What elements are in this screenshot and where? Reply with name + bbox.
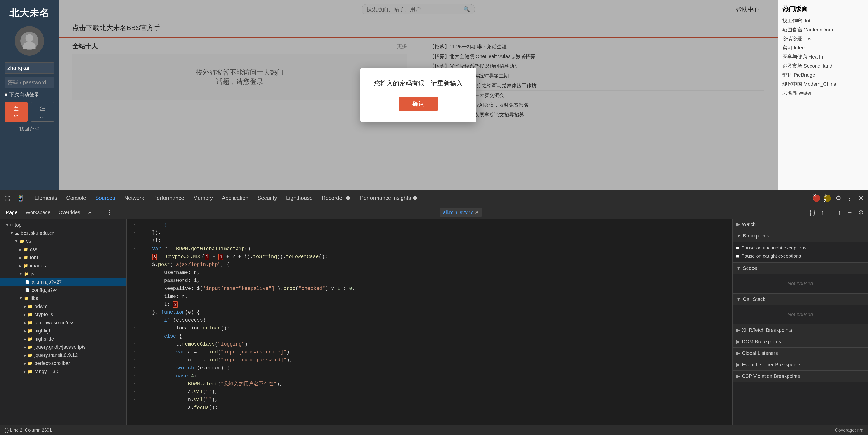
tree-item-font[interactable]: ▶ 📁 font xyxy=(0,254,126,262)
tree-item-libs[interactable]: ▼ 📁 libs xyxy=(0,294,126,302)
deactivate-breakpoints-icon[interactable]: ⊘ xyxy=(857,208,864,217)
tree-item-css[interactable]: ▶ 📁 css xyxy=(0,245,126,254)
tab-network[interactable]: Network xyxy=(120,193,149,203)
code-line: - }), xyxy=(127,229,732,237)
call-stack-header[interactable]: ▼ Call Stack xyxy=(733,294,868,305)
close-file-icon[interactable]: ✕ xyxy=(475,209,479,215)
code-line: - a.focus(); xyxy=(127,404,732,412)
tree-item-domain[interactable]: ▼ ☁ bbs.pku.edu.cn xyxy=(0,229,126,237)
hot-board-item[interactable]: 现代中国 Modern_China xyxy=(782,79,864,89)
tree-label: jquery.gridly/javascripts xyxy=(34,344,86,350)
hot-board-item[interactable]: 未名湖 Water xyxy=(782,89,864,98)
add-tab-icon[interactable]: ⋮ xyxy=(105,208,114,217)
line-content: var a = t.find("input[name=username]") xyxy=(140,348,728,356)
hot-board-item[interactable]: 燕园食宿 CanteenDorm xyxy=(782,25,864,34)
password-field[interactable] xyxy=(4,77,54,88)
tree-item-bdwm[interactable]: ▶ 📁 bdwm xyxy=(0,302,126,310)
tab-memory[interactable]: Memory xyxy=(189,193,218,203)
sub-tab-page[interactable]: Page xyxy=(4,208,20,216)
format-icon[interactable]: { } xyxy=(809,208,816,217)
more-options-icon[interactable]: ⋮ xyxy=(846,194,854,203)
tree-label: all.min.js?v27 xyxy=(32,279,62,285)
tab-console[interactable]: Console xyxy=(62,193,91,203)
global-listeners-label: Global Listeners xyxy=(742,350,778,356)
dom-section: ▶ DOM Breakpoints xyxy=(733,336,868,347)
tree-item-cryptojs[interactable]: ▶ 📁 crypto-js xyxy=(0,310,126,319)
tree-item-js[interactable]: ▼ 📁 js xyxy=(0,270,126,278)
hot-board-item[interactable]: 说情说爱 Love xyxy=(782,34,864,43)
hot-board-item[interactable]: 找工作哟 Job xyxy=(782,16,864,25)
code-line: - } xyxy=(127,221,732,229)
scope-section: ▼ Scope Not paused xyxy=(733,263,868,294)
remember-checkbox[interactable] xyxy=(4,93,7,96)
tab-sources[interactable]: Sources xyxy=(91,193,120,203)
code-line: - location.reload(); xyxy=(127,324,732,332)
tab-elements[interactable]: Elements xyxy=(30,193,62,203)
modal-confirm-button[interactable]: 确认 xyxy=(399,97,438,111)
tree-item-top[interactable]: ▼ □ top xyxy=(0,221,126,229)
pause-caught-checkbox[interactable] xyxy=(736,255,739,258)
settings-icon[interactable]: ⚙ xyxy=(835,194,842,203)
tab-recorder[interactable]: Recorder ⏺ xyxy=(317,193,355,203)
register-button[interactable]: 注册 xyxy=(31,102,54,122)
event-listener-header[interactable]: ▶ Event Listener Breakpoints xyxy=(733,359,868,370)
close-devtools-icon[interactable]: ✕ xyxy=(857,194,864,203)
tree-item-jquery-gridly[interactable]: ▶ 📁 jquery.gridly/javascripts xyxy=(0,343,126,351)
csp-header[interactable]: ▶ CSP Violation Breakpoints xyxy=(733,371,868,382)
step-out-icon[interactable]: ↑ xyxy=(837,208,842,217)
hot-board-item[interactable]: 医学与健康 Health xyxy=(782,53,864,62)
sub-tab-overrides[interactable]: Overrides xyxy=(56,208,82,216)
line-content: s = CryptoJS.MD5(i + n + r + i).toString… xyxy=(140,253,728,261)
tab-performance-insights[interactable]: Performance insights ⏺ xyxy=(355,193,422,203)
xhr-header[interactable]: ▶ XHR/fetch Breakpoints xyxy=(733,325,868,336)
forgot-password-link[interactable]: 找回密码 xyxy=(20,126,39,132)
line-content: location.reload(); xyxy=(140,324,728,332)
tree-label: config.js?v4 xyxy=(32,287,58,293)
device-icon[interactable]: 📱 xyxy=(16,194,26,203)
username-field[interactable] xyxy=(4,62,54,74)
tree-item-highlight[interactable]: ▶ 📁 highlight xyxy=(0,327,126,335)
tree-item-jquery-transit[interactable]: ▶ 📁 jquery.transit.0.9.12 xyxy=(0,351,126,359)
chevron-icon: ▶ xyxy=(24,321,26,325)
sub-tab-more[interactable]: » xyxy=(86,208,93,216)
tab-performance[interactable]: Performance xyxy=(149,193,189,203)
code-line: - username: n, xyxy=(127,269,732,277)
breakpoints-header[interactable]: ▼ Breakpoints xyxy=(733,230,868,241)
status-bar: { } Line 2, Column 2601 Coverage: n/a xyxy=(0,425,868,435)
event-listener-section: ▶ Event Listener Breakpoints xyxy=(733,359,868,371)
inspect-icon[interactable]: ⬚ xyxy=(4,194,11,203)
tree-label: highslide xyxy=(34,336,54,342)
login-button[interactable]: 登录 xyxy=(4,102,28,122)
tree-item-v2[interactable]: ▼ 📁 v2 xyxy=(0,237,126,245)
watch-header[interactable]: ▶ Watch xyxy=(733,219,868,230)
remember-me-row: 下次自动登录 xyxy=(4,91,39,98)
hot-board-item[interactable]: 跳蚤市场 SecondHand xyxy=(782,62,864,70)
pause-uncaught-checkbox[interactable] xyxy=(736,246,739,249)
tree-item-config[interactable]: 📄 config.js?v4 xyxy=(0,286,126,294)
tree-item-rangy[interactable]: ▶ 📁 rangy-1.3.0 xyxy=(0,367,126,375)
step-over-icon[interactable]: → xyxy=(846,208,854,217)
tree-item-all-min[interactable]: 📄 all.min.js?v27 xyxy=(0,278,126,286)
dom-header[interactable]: ▶ DOM Breakpoints xyxy=(733,336,868,347)
tab-security[interactable]: Security xyxy=(253,193,282,203)
tree-label: perfect-scrollbar xyxy=(34,361,70,366)
code-editor[interactable]: - } - }), - !i; - var r = BDWM.getGlobal… xyxy=(127,219,732,425)
file-tab-name[interactable]: all.min.js?v27 xyxy=(443,209,473,215)
scope-label: Scope xyxy=(743,265,757,271)
sub-tab-workspace[interactable]: Workspace xyxy=(23,208,53,216)
tree-item-images[interactable]: ▶ 📁 images xyxy=(0,262,126,270)
tree-item-highslide[interactable]: ▶ 📁 highslide xyxy=(0,335,126,343)
tab-lighthouse[interactable]: Lighthouse xyxy=(281,193,317,203)
step-into-icon[interactable]: ↓ xyxy=(829,208,833,217)
tree-item-fontawesome[interactable]: ▶ 📁 font-awesome/css xyxy=(0,319,126,327)
hot-board-item[interactable]: 实习 Intern xyxy=(782,43,864,53)
scope-header[interactable]: ▼ Scope xyxy=(733,263,868,274)
tab-application[interactable]: Application xyxy=(217,193,253,203)
devtools-icons: ⬚ 📱 xyxy=(4,194,26,203)
global-listeners-header[interactable]: ▶ Global Listeners xyxy=(733,347,868,359)
tree-label: css xyxy=(30,246,37,253)
tree-item-perfect-scrollbar[interactable]: ▶ 📁 perfect-scrollbar xyxy=(0,359,126,367)
line-content: case 4: xyxy=(140,372,728,380)
nav-icon[interactable]: ↕ xyxy=(820,208,825,217)
hot-board-item[interactable]: 鹊桥 PieBridge xyxy=(782,70,864,79)
